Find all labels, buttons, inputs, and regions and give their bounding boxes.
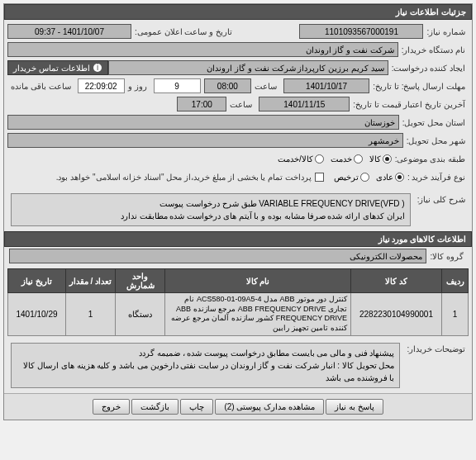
label-process: نوع فرآیند خرید : <box>404 173 469 182</box>
label-classify: طبقه بندی موضوعی: <box>392 154 469 164</box>
label-order-no: شماره نیاز: <box>423 27 469 36</box>
label-announce: تاریخ و ساعت اعلان عمومی: <box>131 27 236 36</box>
exit-button[interactable]: خروج <box>93 399 130 415</box>
checkbox-treasury[interactable] <box>315 173 324 182</box>
items-header: اطلاعات کالاهای مورد نیاز <box>4 231 472 247</box>
buyer-notes-line-2: محل تحویل کالا : انبار شرکت نفت و گاز ار… <box>17 359 394 384</box>
radio-cls-khedmat-label: خدمت <box>331 154 352 164</box>
cell-unit: دستگاه <box>116 293 165 336</box>
th-qty: تعداد / مقدار <box>66 269 116 293</box>
radio-proc-normal[interactable] <box>395 173 404 182</box>
cell-qty: 1 <box>66 293 116 336</box>
cell-row: 1 <box>442 293 469 336</box>
field-valid-time: 17:00 <box>177 97 226 111</box>
label-org: نام دستگاه خریدار: <box>398 45 469 55</box>
back-button[interactable]: بازگشت <box>131 399 178 415</box>
info-icon: i <box>93 63 102 73</box>
table-row[interactable]: 1 2282230104990001 کنترل دور موتور ABB م… <box>8 293 469 336</box>
buyer-notes-line-1: پیشنهاد فنی و مالی می بایست مطابق درخواس… <box>17 347 394 359</box>
field-city: خرمشهر <box>7 133 403 148</box>
print-button[interactable]: چاپ <box>180 399 213 415</box>
field-valid-date: 1401/11/15 <box>259 97 350 111</box>
th-name: نام کالا <box>165 269 351 293</box>
th-row: ردیف <box>442 269 469 293</box>
svg-text:i: i <box>96 63 98 72</box>
field-deadline-date: 1401/10/17 <box>283 78 369 93</box>
reply-button[interactable]: پاسخ به نیاز <box>326 399 383 415</box>
th-code: کد کالا <box>351 269 442 293</box>
label-day-and: روز و <box>125 82 150 91</box>
attachments-button[interactable]: مشاهده مدارک پیوستی (2) <box>215 399 324 415</box>
radio-proc-clear[interactable] <box>360 173 369 182</box>
field-order-no: 1101093567000191 <box>299 24 423 39</box>
radio-cls-kala-label: کالا <box>369 154 381 164</box>
field-province: خوزستان <box>7 115 399 130</box>
label-pay-note: پرداخت تمام یا بخشی از مبلغ خرید،از محل … <box>53 173 315 182</box>
buyer-notes-box: پیشنهاد فنی و مالی می بایست مطابق درخواس… <box>11 343 400 388</box>
items-table: ردیف کد کالا نام کالا واحد شمارش تعداد /… <box>7 268 469 336</box>
button-bar: پاسخ به نیاز مشاهده مدارک پیوستی (2) چاپ… <box>4 393 472 420</box>
cell-date: 1401/10/29 <box>8 293 66 336</box>
th-date: تاریخ نیاز <box>8 269 66 293</box>
label-buyer-notes: توضیحات خریدار: <box>403 339 469 353</box>
label-city: شهر محل تحویل: <box>403 136 469 145</box>
desc-line-2: ایران کدهای ارائه شده صرفا مشابه بوده و … <box>17 210 405 222</box>
label-group: گروه کالا: <box>426 252 467 261</box>
field-announce: 1401/10/07 - 09:37 <box>7 24 131 39</box>
label-remain: ساعت باقی مانده <box>7 82 74 91</box>
label-validity: آخرین تاریخ اعتبار قیمت تا تاریخ: <box>350 100 469 109</box>
field-requester: سید کریم برزین کارپرداز شرکت نفت و گاز ا… <box>108 60 388 75</box>
panel-title: جزئیات اطلاعات نیاز <box>4 4 472 20</box>
label-hour-2: ساعت <box>226 100 255 109</box>
radio-proc-clear-label: ترخیص <box>334 173 359 182</box>
cell-code: 2282230104990001 <box>351 293 442 336</box>
field-days-left: 9 <box>154 78 201 93</box>
cell-name: کنترل دور موتور ABB مدل ACS580-01-09A5-4… <box>165 293 351 336</box>
field-deadline-time: 08:00 <box>204 78 251 93</box>
desc-line-1: VARIABLE FREQUENCY DRIVE(VFD ) طبق شرح د… <box>17 197 405 210</box>
field-group: محصولات الکترونیکی <box>9 249 426 263</box>
contact-info-button[interactable]: i اطلاعات تماس خریدار <box>7 60 108 75</box>
contact-info-label: اطلاعات تماس خریدار <box>13 64 90 73</box>
radio-cls-both-label: کالا/خدمت <box>278 154 313 164</box>
th-unit: واحد شمارش <box>116 269 165 293</box>
radio-cls-both[interactable] <box>315 154 324 164</box>
field-hours-left: 22:09:02 <box>78 78 125 93</box>
description-box: VARIABLE FREQUENCY DRIVE(VFD ) طبق شرح د… <box>11 193 411 226</box>
field-org: شرکت نفت و گاز اروندان <box>7 42 398 57</box>
radio-cls-khedmat[interactable] <box>354 154 363 164</box>
label-requester: ایجاد کننده درخواست: <box>388 64 469 73</box>
label-province: استان محل تحویل: <box>399 118 469 127</box>
radio-proc-normal-label: عادی <box>376 173 393 182</box>
label-desc: شرح کلی نیاز: <box>414 190 469 204</box>
label-deadline: مهلت ارسال پاسخ: تا تاریخ: <box>369 82 469 91</box>
label-hour-1: ساعت <box>251 82 280 91</box>
radio-cls-kala[interactable] <box>383 154 392 164</box>
